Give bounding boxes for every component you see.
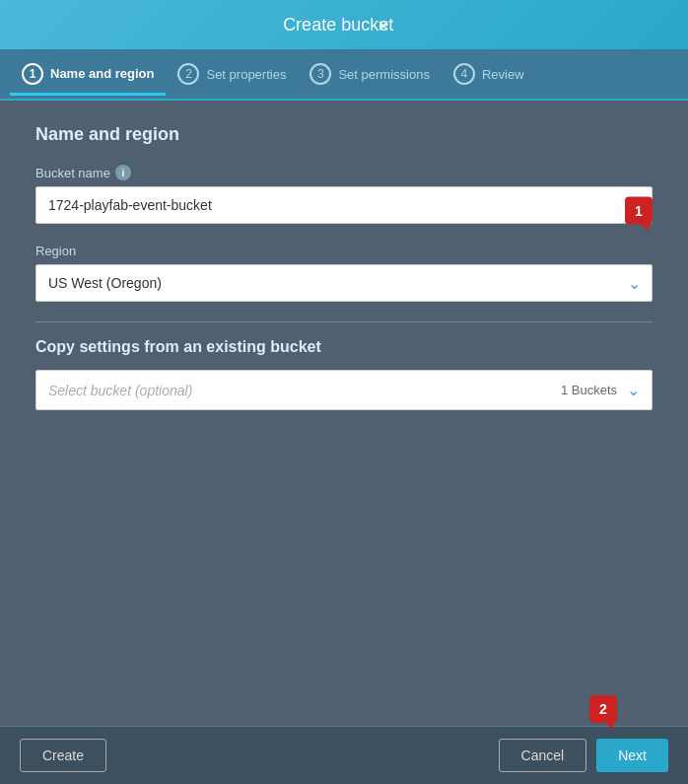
section-title: Name and region xyxy=(35,124,653,145)
step-2-number: 2 xyxy=(177,63,199,85)
bucket-name-input-wrapper: 1 xyxy=(35,186,653,224)
bucket-name-label: Bucket name i xyxy=(35,165,653,180)
footer-left: Create xyxy=(20,739,106,772)
step-1-number: 1 xyxy=(22,63,43,85)
create-bucket-modal: Create bucket × 1 Name and region 2 Set … xyxy=(0,0,688,784)
step-3-label: Set permissions xyxy=(338,67,429,82)
region-select-wrapper: US West (Oregon) US East (N. Virginia) E… xyxy=(35,264,653,302)
step-1-name-and-region[interactable]: 1 Name and region xyxy=(10,55,166,96)
annotation-badge-1: 1 xyxy=(625,197,653,225)
copy-bucket-placeholder: Select bucket (optional) xyxy=(48,383,561,398)
region-label: Region xyxy=(35,244,653,258)
step-2-set-properties[interactable]: 2 Set properties xyxy=(166,55,298,93)
step-4-review[interactable]: 4 Review xyxy=(442,55,536,93)
cancel-button[interactable]: Cancel xyxy=(499,739,587,772)
section-divider xyxy=(35,321,653,322)
modal-body: Name and region Bucket name i 1 Region U… xyxy=(0,101,688,726)
create-button[interactable]: Create xyxy=(20,739,106,772)
copy-settings-title: Copy settings from an existing bucket xyxy=(35,338,653,356)
steps-bar: 1 Name and region 2 Set properties 3 Set… xyxy=(0,49,688,101)
region-group: Region US West (Oregon) US East (N. Virg… xyxy=(35,244,653,302)
bucket-name-input[interactable] xyxy=(35,186,653,224)
next-button[interactable]: Next xyxy=(596,739,668,772)
modal-footer: 2 Create Cancel Next xyxy=(0,726,688,784)
step-1-label: Name and region xyxy=(50,66,154,81)
step-2-label: Set properties xyxy=(206,67,286,82)
copy-bucket-chevron-down-icon: ⌄ xyxy=(627,381,640,399)
bucket-name-info-icon[interactable]: i xyxy=(115,165,131,180)
modal-header: Create bucket × xyxy=(0,0,688,49)
bucket-name-group: Bucket name i 1 xyxy=(35,165,653,224)
region-select[interactable]: US West (Oregon) US East (N. Virginia) E… xyxy=(35,264,653,302)
footer-right: Cancel Next xyxy=(499,739,668,772)
step-4-number: 4 xyxy=(453,63,475,85)
copy-bucket-select[interactable]: Select bucket (optional) 1 Buckets ⌄ xyxy=(35,370,653,410)
step-3-number: 3 xyxy=(310,63,331,85)
annotation-badge-2: 2 xyxy=(589,695,617,723)
step-4-label: Review xyxy=(482,67,524,82)
bucket-count: 1 Buckets xyxy=(561,383,617,397)
close-button[interactable]: × xyxy=(378,16,389,36)
step-3-set-permissions[interactable]: 3 Set permissions xyxy=(298,55,441,93)
